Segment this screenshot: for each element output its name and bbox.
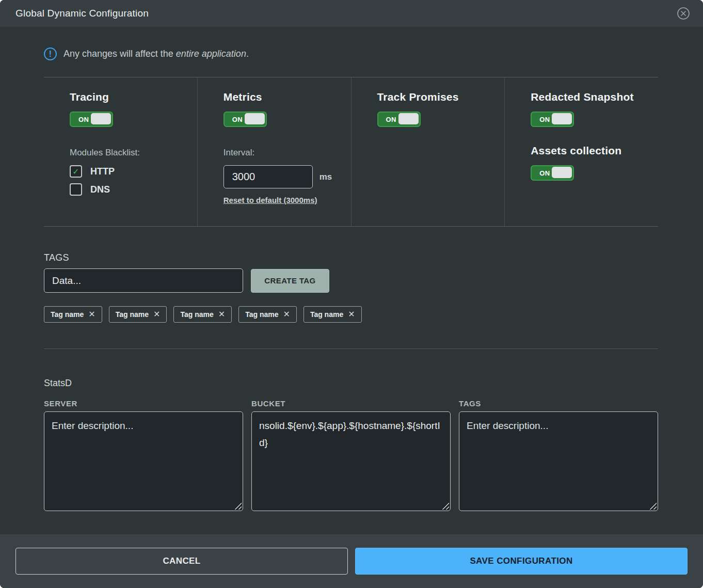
interval-input[interactable] xyxy=(223,165,313,188)
remove-icon[interactable]: ✕ xyxy=(348,310,355,319)
toggle-knob xyxy=(245,113,265,124)
info-icon: ! xyxy=(44,47,57,60)
create-tag-button[interactable]: CREATE TAG xyxy=(251,269,329,293)
statsd-tags-column: TAGS xyxy=(459,399,658,511)
statsd-server-column: SERVER xyxy=(44,399,243,511)
remove-icon[interactable]: ✕ xyxy=(88,310,95,319)
snapshot-column: Redacted Snapshot ON Assets collection O… xyxy=(504,77,658,226)
server-textarea[interactable] xyxy=(44,411,243,511)
interval-unit: ms xyxy=(319,172,332,182)
modal-footer: CANCEL SAVE CONFIGURATION xyxy=(0,534,703,588)
tag-chip-label: Tag name xyxy=(116,310,149,319)
dns-checkbox-label: DNS xyxy=(90,184,110,195)
toggle-knob xyxy=(552,167,572,178)
http-checkbox-label: HTTP xyxy=(90,166,115,177)
statsd-heading: StatsD xyxy=(44,378,658,389)
tag-name-input[interactable] xyxy=(44,268,243,293)
modal-body: ! Any changes will affect the entire app… xyxy=(0,27,703,534)
statsd-section: StatsD SERVER BUCKET nsolid.${env}.${app… xyxy=(44,378,658,511)
toggle-knob xyxy=(552,113,572,124)
tracing-toggle-label: ON xyxy=(78,116,89,123)
tracing-title: Tracing xyxy=(70,91,192,103)
dns-checkbox[interactable]: ✓ xyxy=(70,183,82,196)
metrics-column: Metrics ON Interval: ms Reset to default… xyxy=(197,77,351,226)
track-promises-toggle[interactable]: ON xyxy=(377,112,421,127)
modal-title: Global Dynamic Configuration xyxy=(15,8,149,19)
tag-chip[interactable]: Tag name ✕ xyxy=(238,306,297,323)
tag-chip-label: Tag name xyxy=(180,310,213,319)
tags-section: TAGS CREATE TAG Tag name ✕ Tag name ✕ Ta… xyxy=(44,252,658,323)
tag-chip[interactable]: Tag name ✕ xyxy=(109,306,167,323)
metrics-toggle-label: ON xyxy=(232,116,243,123)
tag-chip-label: Tag name xyxy=(310,310,343,319)
remove-icon[interactable]: ✕ xyxy=(283,310,290,319)
tracing-toggle[interactable]: ON xyxy=(70,112,113,127)
toggle-knob xyxy=(91,113,111,124)
alert-banner: ! Any changes will affect the entire app… xyxy=(44,47,658,60)
tag-chip[interactable]: Tag name ✕ xyxy=(303,306,362,323)
redacted-snapshot-title: Redacted Snapshot xyxy=(531,91,653,103)
save-configuration-button[interactable]: SAVE CONFIGURATION xyxy=(355,548,688,575)
http-checkbox-row[interactable]: ✓ HTTP xyxy=(70,165,192,178)
tag-chips-row: Tag name ✕ Tag name ✕ Tag name ✕ Tag nam… xyxy=(44,306,658,323)
tag-chip-label: Tag name xyxy=(51,310,84,319)
tag-chip[interactable]: Tag name ✕ xyxy=(173,306,232,323)
tags-column-label: TAGS xyxy=(459,399,658,408)
assets-collection-title: Assets collection xyxy=(531,145,653,157)
track-promises-title: Track Promises xyxy=(377,91,500,103)
redacted-snapshot-toggle[interactable]: ON xyxy=(531,112,574,127)
close-button[interactable] xyxy=(676,6,691,21)
dns-checkbox-row[interactable]: ✓ DNS xyxy=(70,183,192,196)
tags-textarea[interactable] xyxy=(459,411,658,511)
tags-heading: TAGS xyxy=(44,252,658,263)
assets-collection-toggle-label: ON xyxy=(539,169,550,177)
toggle-knob xyxy=(398,113,419,124)
track-promises-toggle-label: ON xyxy=(386,116,397,123)
interval-label: Interval: xyxy=(223,148,346,158)
metrics-title: Metrics xyxy=(223,91,346,103)
http-checkbox[interactable]: ✓ xyxy=(70,165,82,178)
cancel-button[interactable]: CANCEL xyxy=(15,548,348,575)
metrics-toggle[interactable]: ON xyxy=(223,112,267,127)
tag-chip[interactable]: Tag name ✕ xyxy=(44,306,102,323)
assets-collection-toggle[interactable]: ON xyxy=(531,165,574,181)
bucket-label: BUCKET xyxy=(251,399,451,408)
tracing-column: Tracing ON Modules Blacklist: ✓ HTTP ✓ D… xyxy=(44,77,197,226)
section-divider xyxy=(44,348,658,349)
tag-chip-label: Tag name xyxy=(245,310,278,319)
close-circle-icon xyxy=(677,7,690,20)
remove-icon[interactable]: ✕ xyxy=(153,310,160,319)
alert-text: Any changes will affect the entire appli… xyxy=(63,49,249,59)
modal-header: Global Dynamic Configuration xyxy=(0,0,703,27)
reset-to-default-link[interactable]: Reset to default (3000ms) xyxy=(223,196,317,204)
redacted-snapshot-toggle-label: ON xyxy=(539,116,550,123)
server-label: SERVER xyxy=(44,399,243,408)
modules-blacklist-label: Modules Blacklist: xyxy=(70,148,192,158)
settings-grid: Tracing ON Modules Blacklist: ✓ HTTP ✓ D… xyxy=(44,77,658,227)
bucket-textarea[interactable]: nsolid.${env}.${app}.${hostname}.${short… xyxy=(251,411,451,511)
track-promises-column: Track Promises ON xyxy=(351,77,505,226)
remove-icon[interactable]: ✕ xyxy=(218,310,225,319)
global-dynamic-configuration-modal: Global Dynamic Configuration ! Any chang… xyxy=(0,0,703,588)
statsd-bucket-column: BUCKET nsolid.${env}.${app}.${hostname}.… xyxy=(251,399,451,511)
